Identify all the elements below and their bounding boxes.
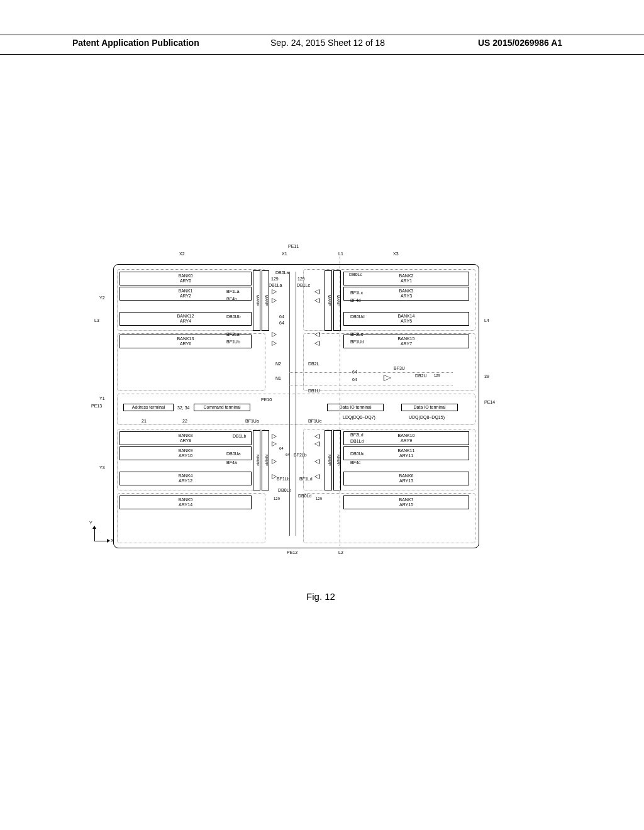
ary-name: ARY3 [401, 294, 412, 298]
width-129-mid: 129 [434, 374, 440, 377]
col-x2: X2 [179, 252, 185, 256]
label-n1: N1 [275, 376, 281, 380]
row-y3: Y3 [99, 465, 105, 470]
label-udq: UDQ(DQ8~DQ15) [409, 415, 445, 419]
mamp-bl-1: MAMP [253, 430, 260, 490]
ref-39: 39 [484, 374, 489, 379]
ref-32-34: 32, 34 [177, 406, 189, 410]
label-db0ld: DB0Ld [298, 494, 311, 498]
bank-name: BANK7 [399, 497, 414, 502]
width-129-br: 129 [316, 497, 322, 501]
ary-name: ARY7 [401, 341, 412, 346]
label-bf2ld: BF2Ld [350, 433, 364, 437]
bank-bl-3: BANK5 ARY14 [119, 495, 252, 509]
ary-name: ARY6 [180, 341, 191, 346]
label-db1lb: DB1Lb [233, 434, 246, 438]
ary-name: ARY0 [180, 279, 191, 283]
col-x3: X3 [393, 252, 399, 256]
line-l2: L2 [338, 550, 343, 555]
bus-db1u-line [289, 385, 453, 385]
center-channel-mid [296, 272, 296, 536]
label-pe11: PE11 [288, 244, 299, 248]
label-bf3u: BF3U [394, 366, 405, 370]
ary-name: ARY10 [179, 453, 192, 458]
data-io-terminal-1-box: Data IO terminal [327, 404, 384, 411]
mamp-tl-1: MAMP [253, 270, 260, 331]
label-db0ud: DB0Ud [350, 314, 365, 319]
bank-name: BANK0 [179, 274, 193, 278]
label-db1lc: DB1Lc [297, 283, 310, 287]
command-terminal-box: Command terminal [194, 404, 250, 411]
bank-name: BANK12 [177, 314, 194, 318]
label-bf2la: BF2La [226, 332, 240, 336]
mamp-bl-2: MAMP [262, 430, 269, 490]
label-pe10: PE10 [261, 397, 272, 402]
axis-y-label: Y [89, 521, 92, 525]
axis-y-arrow-icon [92, 526, 96, 529]
ary-name: ARY9 [401, 438, 412, 443]
mamp-tr-1: MAMP [325, 270, 332, 331]
publication-number: US 2015/0269986 A1 [478, 38, 562, 48]
ary-name: ARY1 [401, 279, 412, 283]
buf-bf1lb-icon [272, 474, 277, 479]
bank-name: BANK15 [398, 336, 415, 341]
axis-x-arrow-icon [107, 539, 110, 543]
label-bf1ua: BF1Ua [245, 419, 259, 423]
bank-bl-2: BANK4 ARY12 [119, 472, 252, 485]
line-l4: L4 [484, 318, 489, 323]
figure-number: Fig. 12 [306, 591, 335, 602]
data-io-terminal-2-box: Data IO terminal [401, 404, 458, 411]
width-129-tr: 129 [297, 277, 305, 281]
ref-22: 22 [182, 419, 187, 423]
axis-x-label: X [111, 538, 114, 543]
label-pe12: PE12 [287, 550, 297, 555]
buf-bf4c-icon [314, 459, 319, 464]
bank-br-3: BANK7 ARY15 [343, 495, 469, 509]
label-bf1ld: BF1Ld [299, 477, 313, 481]
label-bf4a: BF4a [226, 460, 237, 465]
buf-bf4d-icon [314, 298, 319, 303]
ary-name: ARY5 [401, 319, 412, 323]
line-l1: L1 [338, 252, 343, 256]
col-x1: X1 [282, 252, 287, 256]
ref-21: 21 [142, 419, 147, 423]
width-129-tl: 129 [271, 277, 279, 281]
address-terminal-box: Address terminal [123, 404, 174, 411]
bus-db2l-line [289, 372, 453, 373]
figure-12: X2 X1 PE11 L1 X3 Y2 L3 Y1 PE13 Y3 L4 39 … [101, 252, 541, 566]
ary-name: ARY8 [180, 438, 191, 443]
label-db0uc: DB0Uc [350, 451, 364, 456]
label-n2: N2 [275, 362, 281, 366]
label-db1la: DB1La [269, 283, 282, 287]
buf-bf1ud-icon [314, 341, 319, 346]
label-db0ua: DB0Ua [226, 451, 241, 456]
buf-bf3u-icon [384, 375, 391, 381]
label-bf4c: BF4c [350, 460, 360, 465]
bank-name: BANK2 [399, 274, 414, 278]
label-db1u: DB1U [308, 389, 320, 393]
buf-bf1ld-icon [314, 474, 319, 479]
bank-name: BANK11 [398, 448, 415, 453]
bank-name: BANK1 [179, 289, 193, 293]
buf-db1ld-icon [314, 441, 319, 446]
label-db0ub: DB0Ub [226, 314, 241, 319]
width-64-mid2: 64 [352, 377, 357, 382]
label-bf1ub: BF1Ub [226, 340, 240, 344]
buf-bf2lc-icon [314, 332, 319, 337]
patent-header-strip: Patent Application Publication Sep. 24, … [0, 35, 644, 55]
label-pe14: PE14 [484, 400, 495, 404]
label-bf1lc: BF1Lc [350, 290, 363, 295]
label-db0lc: DB0Lc [349, 272, 362, 277]
label-pe13: PE13 [91, 404, 102, 408]
ary-name: ARY4 [180, 319, 191, 323]
row-y2: Y2 [99, 296, 105, 300]
bank-name: BANK13 [177, 336, 194, 341]
width-64-bot1: 64 [279, 446, 284, 450]
bank-name: BANK14 [398, 314, 415, 318]
buf-bf1ub-icon [272, 341, 277, 346]
buf-bf1la-icon [272, 289, 277, 294]
label-bf2lc: BF2Lc [350, 332, 363, 336]
bank-name: BANK5 [179, 497, 193, 502]
center-channel-left [289, 272, 290, 536]
label-bf1la: BF1La [226, 289, 240, 294]
